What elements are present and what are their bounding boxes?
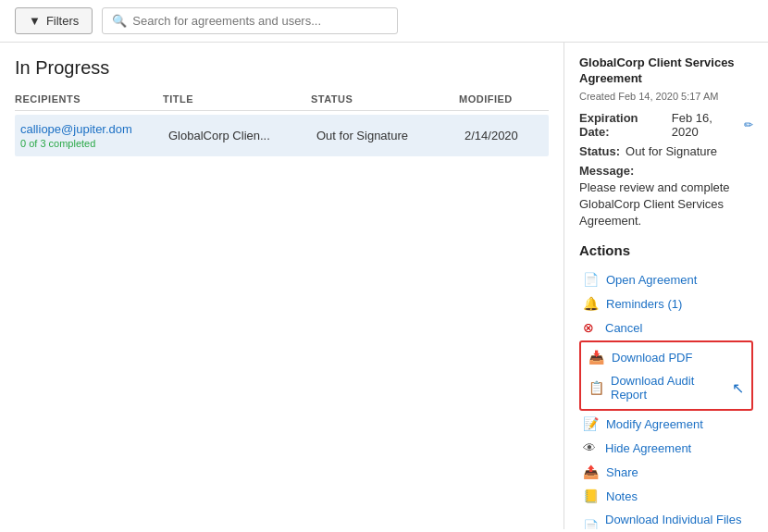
search-input[interactable]	[132, 14, 388, 28]
open-agreement-label: Open Agreement	[606, 273, 697, 287]
status-cell: Out for Signature	[316, 129, 465, 142]
download-individual-icon: 📄	[583, 519, 598, 529]
download-pdf-icon: 📥	[588, 350, 604, 365]
filters-button[interactable]: ▼ Filters	[15, 7, 93, 34]
modify-agreement-icon: 📝	[583, 416, 599, 431]
top-bar: ▼ Filters 🔍	[0, 0, 768, 43]
recipient-email: calliope@jupiter.dom	[20, 122, 168, 136]
status-label: Status:	[579, 144, 620, 158]
col-recipients: RECIPIENTS	[15, 93, 163, 105]
action-download-pdf[interactable]: 📥 Download PDF	[585, 345, 748, 369]
modify-agreement-label: Modify Agreement	[606, 417, 703, 431]
recipient-cell: calliope@jupiter.dom 0 of 3 completed	[20, 122, 168, 149]
download-individual-label: Download Individual Files (1)	[605, 513, 749, 529]
filter-icon: ▼	[29, 14, 41, 28]
expiration-row: Expiration Date: Feb 16, 2020 ✏	[579, 111, 753, 139]
highlighted-actions: 📥 Download PDF 📋 Download Audit Report ↖	[579, 340, 753, 411]
action-download-audit[interactable]: 📋 Download Audit Report ↖	[585, 369, 748, 406]
table-header: RECIPIENTS TITLE STATUS MODIFIED	[15, 93, 549, 111]
expiration-value: Feb 16, 2020	[672, 111, 738, 139]
search-icon: 🔍	[112, 14, 127, 28]
cursor-indicator: ↖	[732, 379, 744, 397]
edit-icon[interactable]: ✏	[744, 118, 753, 131]
download-audit-icon: 📋	[588, 380, 603, 395]
action-modify-agreement[interactable]: 📝 Modify Agreement	[579, 412, 753, 436]
table-row[interactable]: calliope@jupiter.dom 0 of 3 completed Gl…	[15, 115, 549, 156]
hide-agreement-icon: 👁	[583, 440, 598, 455]
share-icon: 📤	[583, 464, 599, 479]
hide-agreement-label: Hide Agreement	[605, 441, 691, 455]
search-box: 🔍	[102, 7, 398, 34]
section-title: In Progress	[15, 57, 549, 79]
col-modified: MODIFIED	[459, 93, 551, 105]
action-hide-agreement[interactable]: 👁 Hide Agreement	[579, 436, 753, 460]
reminders-icon: 🔔	[583, 296, 599, 311]
open-agreement-icon: 📄	[583, 272, 599, 287]
left-panel: In Progress RECIPIENTS TITLE STATUS MODI…	[0, 43, 564, 529]
message-text: Please review and complete GlobalCorp Cl…	[579, 179, 753, 230]
share-label: Share	[606, 465, 638, 479]
main-layout: In Progress RECIPIENTS TITLE STATUS MODI…	[0, 43, 768, 529]
message-label: Message:	[579, 164, 634, 178]
notes-label: Notes	[606, 489, 638, 503]
modified-cell: 2/14/2020	[465, 129, 557, 142]
actions-title: Actions	[579, 242, 753, 258]
right-panel: GlobalCorp Client Services Agreement Cre…	[564, 43, 768, 529]
status-value: Out for Signature	[626, 144, 717, 158]
reminders-label: Reminders (1)	[606, 297, 682, 311]
expiration-label: Expiration Date:	[579, 111, 666, 139]
message-row: Message: Please review and complete Glob…	[579, 164, 753, 230]
action-cancel[interactable]: ⊗ Cancel	[579, 315, 753, 340]
action-download-individual[interactable]: 📄 Download Individual Files (1)	[579, 508, 753, 529]
cancel-label: Cancel	[605, 321, 642, 335]
recipient-progress: 0 of 3 completed	[20, 138, 168, 149]
notes-icon: 📒	[583, 489, 599, 503]
download-audit-label: Download Audit Report	[611, 374, 723, 402]
status-row: Status: Out for Signature	[579, 144, 753, 158]
action-share[interactable]: 📤 Share	[579, 460, 753, 484]
agreement-title-cell: GlobalCorp Clien...	[168, 129, 316, 142]
agreement-created: Created Feb 14, 2020 5:17 AM	[579, 91, 753, 102]
col-title: TITLE	[163, 93, 311, 105]
action-open-agreement[interactable]: 📄 Open Agreement	[579, 267, 753, 291]
download-pdf-label: Download PDF	[612, 351, 692, 365]
agreement-title: GlobalCorp Client Services Agreement	[579, 56, 753, 87]
action-reminders[interactable]: 🔔 Reminders (1)	[579, 291, 753, 315]
col-status: STATUS	[311, 93, 459, 105]
filters-label: Filters	[46, 14, 79, 28]
action-notes[interactable]: 📒 Notes	[579, 484, 753, 508]
cancel-icon: ⊗	[583, 320, 598, 335]
